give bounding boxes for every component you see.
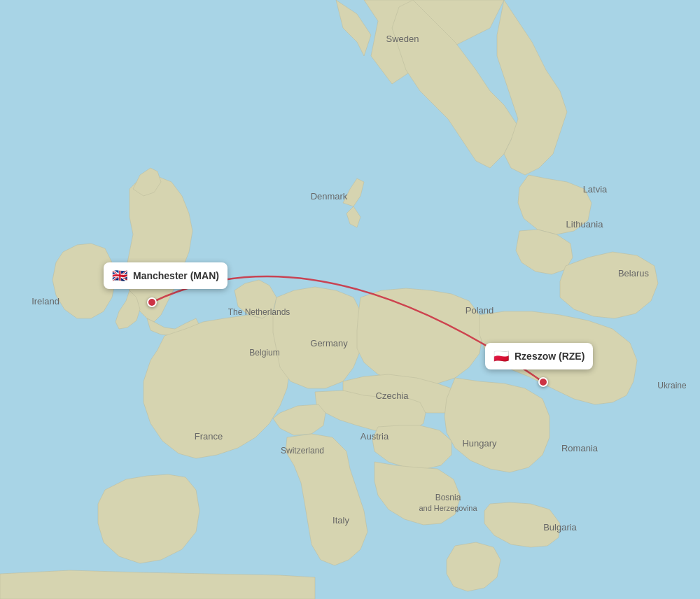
rzeszow-airport-dot xyxy=(538,377,548,387)
austria-label: Austria xyxy=(360,431,389,442)
manchester-airport-dot xyxy=(147,297,157,307)
map-svg: Sweden Latvia Lithuania Belarus Denmark … xyxy=(0,0,700,599)
netherlands-label: The Netherlands xyxy=(228,307,290,317)
belgium-label: Belgium xyxy=(249,348,279,358)
france-label: France xyxy=(195,431,223,442)
germany-label: Germany xyxy=(310,338,348,348)
czechia-label: Czechia xyxy=(376,390,410,401)
bulgaria-label: Bulgaria xyxy=(543,522,577,533)
bosnia-label: Bosnia xyxy=(435,493,461,502)
ireland-label: Ireland xyxy=(31,296,59,306)
denmark-label: Denmark xyxy=(311,191,348,202)
switzerland-label: Switzerland xyxy=(281,446,324,456)
poland-label: Poland xyxy=(465,305,493,316)
lithuania-label: Lithuania xyxy=(566,219,604,230)
sweden-label: Sweden xyxy=(386,34,419,44)
ukraine-label: Ukraine xyxy=(657,381,687,390)
latvia-label: Latvia xyxy=(583,184,608,195)
belarus-label: Belarus xyxy=(618,268,650,279)
herzegovina-label: and Herzegovina xyxy=(419,504,477,512)
map-container: Sweden Latvia Lithuania Belarus Denmark … xyxy=(0,0,700,599)
hungary-label: Hungary xyxy=(462,438,497,449)
italy-label: Italy xyxy=(332,515,349,526)
romania-label: Romania xyxy=(561,443,598,453)
